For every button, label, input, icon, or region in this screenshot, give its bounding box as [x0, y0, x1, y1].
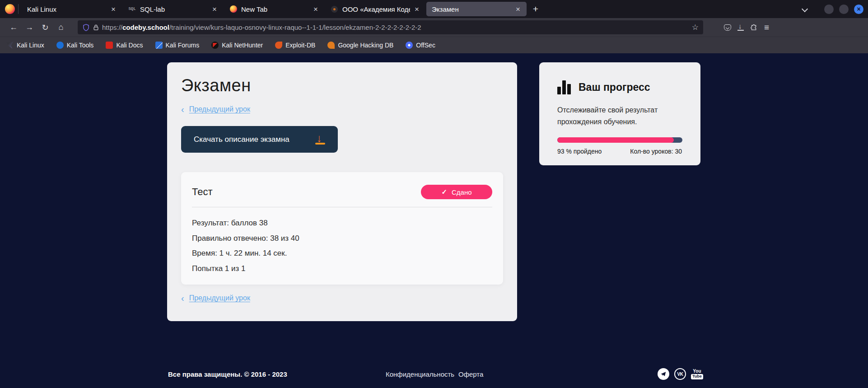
tab-kali-linux[interactable]: Kali Linux ×	[22, 2, 122, 16]
reload-icon[interactable]: ↻	[38, 21, 52, 34]
tab-bar: Kali Linux × SQL SQL-lab × New Tab × ООО…	[0, 0, 868, 18]
kali-tools-icon	[56, 42, 64, 49]
kali-nethunter-icon	[211, 42, 219, 49]
previous-lesson-link-label[interactable]: Предыдущий урок	[189, 294, 250, 302]
bar-chart-icon	[557, 80, 571, 94]
kali-dragon-icon	[6, 42, 14, 49]
exploit-db-icon	[275, 42, 282, 49]
result-time-line: Время: 1 ч. 22 мин. 14 сек.	[192, 249, 492, 258]
toolbar-right-icons: ≡	[724, 23, 769, 33]
tab-title: Kali Linux	[27, 5, 107, 13]
codeby-spider-favicon-icon	[331, 5, 338, 13]
bookmark-label: Kali Linux	[17, 42, 44, 49]
extensions-puzzle-icon[interactable]	[750, 23, 758, 31]
window-minimize-button[interactable]	[824, 5, 834, 14]
exam-card: Экзамен ‹ Предыдущий урок Скачать описан…	[167, 62, 517, 321]
previous-lesson-link-top[interactable]: ‹ Предыдущий урок	[181, 105, 503, 114]
result-attempt-line: Попытка 1 из 1	[192, 264, 492, 273]
downloads-icon[interactable]	[737, 24, 744, 31]
forward-icon[interactable]: →	[22, 21, 37, 34]
bookmark-star-icon[interactable]: ☆	[692, 23, 699, 32]
tab-close-icon[interactable]: ×	[514, 5, 522, 14]
previous-lesson-link-bottom[interactable]: ‹ Предыдущий урок	[181, 294, 250, 303]
bookmark-label: Kali Tools	[67, 42, 94, 49]
window-maximize-button[interactable]	[839, 5, 849, 14]
firefox-view-button[interactable]	[4, 3, 16, 15]
progress-lessons-label: Кол-во уроков: 30	[630, 148, 682, 155]
bookmark-kali-nethunter[interactable]: Kali NetHunter	[211, 42, 263, 49]
bookmark-label: Google Hacking DB	[338, 42, 393, 49]
url-text[interactable]: https://codeby.school/training/view/kurs…	[102, 23, 688, 31]
download-button-label: Скачать описание экзамна	[194, 135, 289, 144]
test-result-card: Тест ✓ Сдано Результат: баллов 38 Правил…	[181, 172, 503, 285]
offer-link[interactable]: Оферта	[458, 370, 483, 378]
tab-akademiya-codeby[interactable]: ООО «Академия Кодеба ×	[325, 2, 425, 16]
bookmark-kali-linux[interactable]: Kali Linux	[6, 42, 44, 49]
bookmarks-toolbar: Kali Linux Kali Tools Kali Docs Kali For…	[0, 37, 868, 53]
new-tab-button[interactable]: +	[529, 2, 542, 16]
kali-forums-icon	[155, 42, 163, 49]
divider	[192, 207, 492, 207]
tab-new-tab[interactable]: New Tab ×	[224, 2, 324, 16]
firefox-icon	[5, 4, 15, 14]
passed-badge: ✓ Сдано	[421, 185, 492, 199]
url-bar[interactable]: https://codeby.school/training/view/kurs…	[78, 20, 703, 34]
test-result-lines: Результат: баллов 38 Правильно отвечено:…	[192, 219, 492, 273]
download-arrow-icon: ↓	[315, 135, 325, 145]
vk-icon[interactable]: VK	[674, 368, 686, 380]
browser-window: Kali Linux × SQL SQL-lab × New Tab × ООО…	[0, 0, 868, 388]
bookmark-kali-forums[interactable]: Kali Forums	[155, 42, 200, 49]
menu-hamburger-icon[interactable]: ≡	[764, 23, 769, 33]
tab-close-icon[interactable]: ×	[312, 5, 320, 14]
progress-title: Ваш прогресс	[579, 81, 650, 93]
google-hacking-db-icon	[327, 42, 335, 49]
check-icon: ✓	[441, 188, 447, 196]
social-links: VK You Tube	[658, 368, 703, 380]
lock-icon[interactable]	[93, 24, 99, 31]
bookmark-kali-tools[interactable]: Kali Tools	[56, 42, 94, 49]
pocket-icon[interactable]	[724, 24, 731, 31]
back-icon[interactable]: ←	[6, 21, 21, 34]
tab-ekzamen-active[interactable]: Экзамен ×	[426, 2, 527, 16]
bookmark-exploit-db[interactable]: Exploit-DB	[275, 42, 315, 49]
result-score-line: Результат: баллов 38	[192, 219, 492, 228]
tab-title: Экзамен	[432, 5, 511, 13]
navigation-toolbar: ← → ↻ ⌂ https://codeby.school/training/v…	[0, 18, 868, 37]
tracking-shield-icon[interactable]	[82, 23, 90, 32]
kali-docs-icon	[106, 42, 113, 49]
download-exam-description-button[interactable]: Скачать описание экзамна ↓	[181, 126, 338, 153]
offsec-icon	[406, 42, 413, 49]
tab-close-icon[interactable]: ×	[413, 5, 421, 14]
progress-card: Ваш прогресс Отслеживайте свой результат…	[539, 62, 700, 165]
tab-title: New Tab	[241, 5, 309, 13]
firefox-favicon-icon	[229, 5, 237, 13]
tab-close-icon[interactable]: ×	[210, 5, 219, 14]
youtube-icon[interactable]: You Tube	[691, 369, 703, 379]
bookmark-label: Exploit-DB	[285, 42, 315, 49]
tab-title: SQL-lab	[140, 5, 208, 13]
home-icon[interactable]: ⌂	[54, 21, 68, 34]
privacy-link[interactable]: Конфиденциальность	[386, 370, 454, 378]
bookmark-label: Kali NetHunter	[222, 42, 263, 49]
copyright-text: Все права защищены. © 2016 - 2023	[168, 370, 287, 378]
bookmark-kali-docs[interactable]: Kali Docs	[106, 42, 143, 49]
page-title: Экзамен	[181, 76, 503, 95]
telegram-icon[interactable]	[658, 368, 669, 380]
result-correct-line: Правильно отвечено: 38 из 40	[192, 234, 492, 243]
previous-lesson-link-label[interactable]: Предыдущий урок	[189, 105, 250, 113]
tabbar-right-controls: ×	[803, 5, 868, 14]
progress-percent-label: 93 % пройдено	[557, 148, 602, 155]
bookmark-google-hacking-db[interactable]: Google Hacking DB	[327, 42, 393, 49]
chevron-left-icon: ‹	[181, 105, 184, 114]
list-all-tabs-chevron-icon[interactable]	[802, 6, 808, 12]
progress-bar	[557, 137, 682, 143]
passed-badge-label: Сдано	[452, 188, 472, 196]
test-heading: Тест	[192, 186, 213, 198]
bookmark-offsec[interactable]: OffSec	[406, 42, 435, 49]
tab-close-icon[interactable]: ×	[109, 5, 117, 14]
chevron-left-icon: ‹	[181, 294, 184, 303]
tab-sql-lab[interactable]: SQL SQL-lab ×	[123, 2, 223, 16]
page-viewport: Экзамен ‹ Предыдущий урок Скачать описан…	[0, 53, 868, 388]
tab-title: ООО «Академия Кодеба	[342, 5, 410, 13]
window-close-button[interactable]: ×	[854, 5, 863, 14]
